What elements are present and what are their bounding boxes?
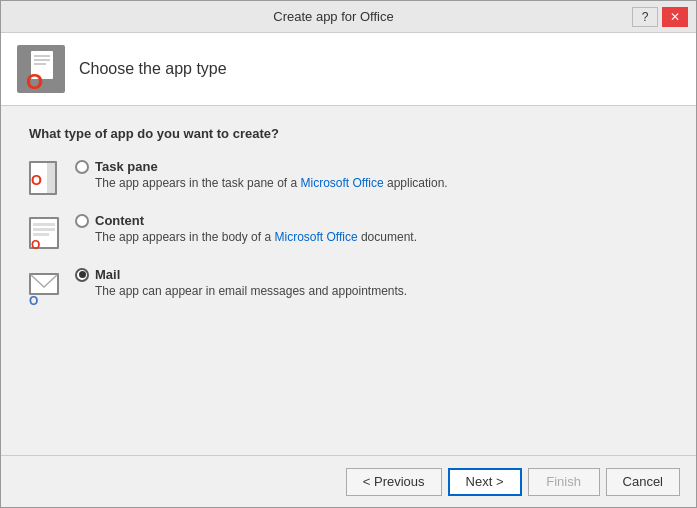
svg-rect-8 xyxy=(47,163,55,193)
task-pane-desc: The app appears in the task pane of a Mi… xyxy=(95,176,448,190)
task-pane-label-group: Task pane The app appears in the task pa… xyxy=(75,159,448,190)
task-pane-radio-row[interactable]: Task pane xyxy=(75,159,448,174)
content-label-group: Content The app appears in the body of a… xyxy=(75,213,417,244)
mail-icon: O xyxy=(29,269,65,305)
task-pane-option[interactable]: O Task pane The app appears in the task … xyxy=(29,159,668,197)
mail-title: Mail xyxy=(95,267,120,282)
svg-rect-13 xyxy=(33,228,55,231)
help-button[interactable]: ? xyxy=(632,7,658,27)
svg-text:O: O xyxy=(31,172,42,188)
task-pane-icon: O xyxy=(29,161,65,197)
window-title: Create app for Office xyxy=(35,9,632,24)
content-link[interactable]: Microsoft Office xyxy=(274,230,357,244)
task-pane-link[interactable]: Microsoft Office xyxy=(300,176,383,190)
main-window: Create app for Office ? ✕ O Choose the a… xyxy=(0,0,697,508)
section-question: What type of app do you want to create? xyxy=(29,126,668,141)
content-desc: The app appears in the body of a Microso… xyxy=(95,230,417,244)
svg-rect-2 xyxy=(34,55,50,57)
finish-button[interactable]: Finish xyxy=(528,468,600,496)
content-icon: O xyxy=(29,215,65,251)
svg-text:O: O xyxy=(31,238,40,251)
svg-text:O: O xyxy=(29,294,38,305)
previous-button[interactable]: < Previous xyxy=(346,468,442,496)
svg-rect-4 xyxy=(34,63,46,65)
content-title: Content xyxy=(95,213,144,228)
office-logo: O xyxy=(17,45,65,93)
cancel-button[interactable]: Cancel xyxy=(606,468,680,496)
header-title: Choose the app type xyxy=(79,60,227,78)
content-section: What type of app do you want to create? … xyxy=(1,106,696,455)
content-radio-row[interactable]: Content xyxy=(75,213,417,228)
content-radio[interactable] xyxy=(75,214,89,228)
svg-rect-3 xyxy=(34,59,50,61)
title-bar-controls: ? ✕ xyxy=(632,7,688,27)
mail-radio-row[interactable]: Mail xyxy=(75,267,407,282)
mail-radio[interactable] xyxy=(75,268,89,282)
mail-label-group: Mail The app can appear in email message… xyxy=(75,267,407,298)
next-button[interactable]: Next > xyxy=(448,468,522,496)
mail-desc: The app can appear in email messages and… xyxy=(95,284,407,298)
footer-section: < Previous Next > Finish Cancel xyxy=(1,455,696,507)
svg-text:O: O xyxy=(26,69,43,93)
mail-option[interactable]: O Mail The app can appear in email messa… xyxy=(29,267,668,305)
header-section: O Choose the app type xyxy=(1,33,696,106)
content-option[interactable]: O Content The app appears in the body of… xyxy=(29,213,668,251)
task-pane-title: Task pane xyxy=(95,159,158,174)
title-bar: Create app for Office ? ✕ xyxy=(1,1,696,33)
close-button[interactable]: ✕ xyxy=(662,7,688,27)
svg-rect-12 xyxy=(33,223,55,226)
svg-rect-14 xyxy=(33,233,49,236)
task-pane-radio[interactable] xyxy=(75,160,89,174)
